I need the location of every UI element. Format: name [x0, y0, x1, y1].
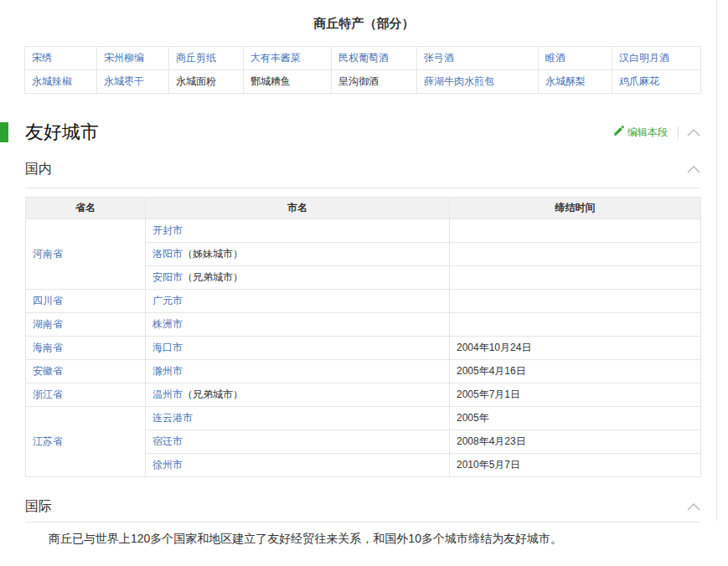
specialty-link[interactable]: 商丘剪纸	[176, 52, 216, 64]
table-row: 浙江省温州市（兄弟城市）2005年7月1日	[26, 383, 701, 407]
specialty-text: 永城面粉	[176, 75, 216, 87]
city-suffix: （兄弟城市）	[183, 271, 243, 283]
column-header-province: 省名	[26, 198, 146, 219]
table-row: 江苏省连云港市2005年	[26, 407, 701, 430]
table-header-row: 省名 市名 缔结时间	[26, 198, 701, 219]
province-link[interactable]: 江苏省	[33, 435, 63, 447]
friendly-cities-table: 省名 市名 缔结时间 河南省开封市洛阳市（姊妹城市）安阳市（兄弟城市）四川省广元…	[25, 197, 701, 477]
subsection-header-international: 国际	[25, 499, 700, 514]
edit-section-button[interactable]: 编辑本段	[613, 126, 668, 140]
column-header-date: 缔结时间	[450, 198, 701, 219]
province-cell: 浙江省	[26, 383, 146, 407]
date-cell: 2005年	[450, 407, 701, 430]
subsection-header-domestic: 国内	[25, 162, 700, 177]
specialty-cell: 张弓酒	[417, 47, 539, 70]
specialty-link[interactable]: 薛湖牛肉水煎包	[424, 75, 494, 87]
specialty-link[interactable]: 永城枣干	[104, 75, 144, 87]
date-cell	[450, 266, 701, 290]
specialty-link[interactable]: 张弓酒	[424, 52, 454, 64]
pencil-icon	[613, 126, 624, 139]
city-link[interactable]: 开封市	[152, 224, 183, 236]
specialty-link[interactable]: 宋州柳编	[104, 52, 144, 64]
specialty-link[interactable]: 宋绣	[32, 52, 52, 64]
city-cell: 连云港市	[146, 407, 450, 430]
city-link[interactable]: 滁州市	[152, 365, 183, 377]
city-cell: 海口市	[146, 337, 450, 360]
city-cell: 徐州市	[146, 454, 450, 477]
table-row: 河南省开封市	[26, 219, 701, 243]
province-link[interactable]: 河南省	[33, 248, 63, 260]
city-cell: 洛阳市（姊妹城市）	[146, 243, 450, 266]
table-row: 四川省广元市	[26, 290, 701, 313]
specialty-cell: 皇沟御酒	[332, 70, 417, 94]
city-link[interactable]: 温州市	[152, 388, 183, 400]
date-cell: 2008年4月23日	[450, 430, 701, 454]
province-link[interactable]: 安徽省	[33, 365, 63, 377]
province-link[interactable]: 湖南省	[33, 318, 63, 330]
specialties-table-caption: 商丘特产（部分）	[0, 0, 728, 30]
date-cell	[450, 313, 701, 337]
city-cell: 温州市（兄弟城市）	[146, 383, 450, 407]
city-cell: 安阳市（兄弟城市）	[146, 266, 450, 290]
city-link[interactable]: 徐州市	[152, 459, 183, 471]
section-green-bar	[0, 122, 8, 142]
specialty-link[interactable]: 永城酥梨	[545, 75, 586, 87]
chevron-up-icon[interactable]	[687, 499, 700, 514]
specialty-cell: 大有丰酱菜	[244, 47, 332, 70]
chevron-up-icon[interactable]	[687, 125, 700, 140]
specialty-cell: 永城酥梨	[539, 70, 612, 94]
content-right-border	[716, 0, 717, 521]
column-header-city: 市名	[146, 198, 450, 219]
province-link[interactable]: 海南省	[33, 342, 63, 353]
specialty-cell: 宋州柳编	[97, 47, 169, 70]
specialty-link[interactable]: 鸡爪麻花	[619, 75, 659, 87]
specialty-cell: 商丘剪纸	[169, 47, 244, 70]
specialty-cell: 鸡爪麻花	[612, 70, 701, 94]
city-cell: 广元市	[146, 290, 450, 313]
specialty-cell: 永城枣干	[97, 70, 169, 94]
edit-section-label: 编辑本段	[627, 126, 668, 140]
specialty-link[interactable]: 睢酒	[545, 52, 565, 64]
date-cell: 2004年10月24日	[450, 337, 701, 360]
table-row: 湖南省株洲市	[26, 313, 701, 337]
specialty-cell: 宋绣	[25, 47, 97, 70]
divider	[25, 188, 700, 188]
date-cell: 2010年5月7日	[450, 454, 701, 477]
province-cell: 河南省	[26, 219, 146, 290]
city-link[interactable]: 海口市	[152, 342, 183, 353]
city-link[interactable]: 株洲市	[152, 318, 183, 330]
specialty-cell: 永城辣椒	[25, 70, 97, 94]
international-paragraph: 商丘已与世界上120多个国家和地区建立了友好经贸往来关系，和国外10多个城市缔结…	[25, 532, 700, 546]
province-cell: 湖南省	[26, 313, 146, 337]
specialty-text: 酂城糟鱼	[250, 75, 291, 87]
city-cell: 开封市	[146, 219, 450, 243]
specialty-link[interactable]: 永城辣椒	[32, 75, 72, 87]
date-cell	[450, 219, 701, 243]
specialty-link[interactable]: 汉白明月酒	[619, 52, 669, 64]
city-link[interactable]: 连云港市	[152, 412, 193, 424]
table-row: 安徽省滁州市2005年4月16日	[26, 360, 701, 383]
specialty-link[interactable]: 大有丰酱菜	[250, 52, 301, 64]
city-suffix: （兄弟城市）	[183, 388, 243, 400]
specialties-table: 宋绣宋州柳编商丘剪纸大有丰酱菜民权葡萄酒张弓酒睢酒汉白明月酒永城辣椒永城枣干永城…	[24, 46, 701, 94]
specialty-cell: 睢酒	[539, 47, 612, 70]
province-cell: 江苏省	[26, 407, 146, 477]
province-link[interactable]: 四川省	[33, 295, 63, 306]
chevron-up-icon[interactable]	[687, 162, 700, 177]
divider	[25, 522, 700, 522]
page-section-title: 友好城市	[25, 121, 99, 143]
city-link[interactable]: 宿迁市	[152, 435, 183, 447]
date-cell: 2005年7月1日	[450, 383, 701, 407]
city-link[interactable]: 洛阳市	[152, 248, 183, 260]
specialty-cell: 民权葡萄酒	[332, 47, 417, 70]
specialty-cell: 薛湖牛肉水煎包	[417, 70, 539, 94]
city-cell: 滁州市	[146, 360, 450, 383]
city-link[interactable]: 广元市	[152, 295, 183, 306]
province-cell: 四川省	[26, 290, 146, 313]
section-header-friendly-cities: 友好城市 编辑本段	[0, 121, 728, 143]
specialty-link[interactable]: 民权葡萄酒	[338, 52, 389, 64]
city-suffix: （姊妹城市）	[183, 248, 243, 260]
city-link[interactable]: 安阳市	[152, 271, 183, 283]
province-link[interactable]: 浙江省	[33, 388, 63, 400]
city-cell: 宿迁市	[146, 430, 450, 454]
